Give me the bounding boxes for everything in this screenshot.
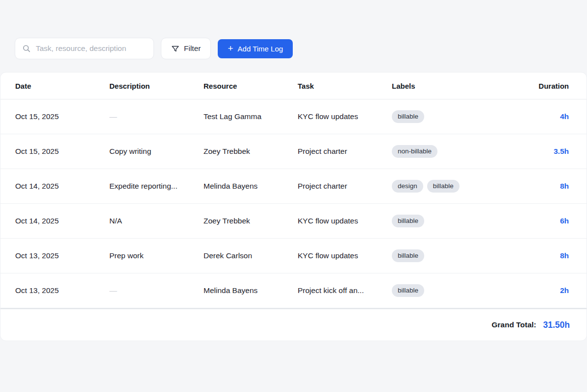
resource-cell: Melinda Bayens <box>204 286 298 295</box>
resource-cell: Melinda Bayens <box>204 182 298 191</box>
grand-total-value: 31.50h <box>543 320 570 330</box>
add-time-log-label: Add Time Log <box>238 45 283 53</box>
description-cell: Copy writing <box>109 147 204 156</box>
table-header-row: Date Description Resource Task Labels Du… <box>0 73 587 99</box>
labels-cell: design billable <box>392 180 560 193</box>
description-cell: — <box>109 112 204 121</box>
duration-cell: 8h <box>560 251 569 260</box>
table-row[interactable]: Oct 14, 2025 N/A Zoey Trebbek KYC flow u… <box>0 204 587 239</box>
toolbar: Filter + Add Time Log <box>0 0 587 59</box>
resource-cell: Zoey Trebbek <box>204 217 298 225</box>
label-pill: billable <box>392 110 424 123</box>
date-cell: Oct 13, 2025 <box>15 251 109 260</box>
duration-cell: 3.5h <box>554 147 569 156</box>
filter-button-label: Filter <box>184 44 201 53</box>
labels-cell: billable <box>392 110 560 123</box>
date-cell: Oct 14, 2025 <box>15 182 109 191</box>
task-cell: Project charter <box>298 182 392 191</box>
duration-cell: 8h <box>560 182 569 191</box>
description-cell: Prep work <box>109 251 204 260</box>
time-log-table: Date Description Resource Task Labels Du… <box>0 72 587 341</box>
task-cell: KYC flow updates <box>298 217 392 225</box>
description-cell: N/A <box>109 217 204 225</box>
column-header-date: Date <box>15 82 109 90</box>
column-header-task: Task <box>298 82 392 90</box>
task-cell: KYC flow updates <box>298 112 392 121</box>
resource-cell: Test Lag Gamma <box>204 112 298 121</box>
grand-total-label: Grand Total: <box>492 320 536 329</box>
label-pill: non-billable <box>392 145 437 158</box>
date-cell: Oct 15, 2025 <box>15 147 109 156</box>
column-header-duration: Duration <box>538 82 569 90</box>
description-cell: Expedite reporting... <box>109 182 204 191</box>
labels-cell: non-billable <box>392 145 554 158</box>
date-cell: Oct 15, 2025 <box>15 112 109 121</box>
column-header-labels: Labels <box>392 82 538 90</box>
table-row[interactable]: Oct 14, 2025 Expedite reporting... Melin… <box>0 169 587 204</box>
add-time-log-button[interactable]: + Add Time Log <box>218 39 293 58</box>
filter-funnel-icon <box>171 45 179 53</box>
filter-button[interactable]: Filter <box>161 38 211 59</box>
table-row[interactable]: Oct 13, 2025 Prep work Derek Carlson KYC… <box>0 239 587 273</box>
resource-cell: Zoey Trebbek <box>204 147 298 156</box>
search-box[interactable] <box>15 38 154 59</box>
label-pill: billable <box>392 284 424 297</box>
labels-cell: billable <box>392 284 560 297</box>
table-row[interactable]: Oct 15, 2025 Copy writing Zoey Trebbek P… <box>0 134 587 169</box>
task-cell: Project charter <box>298 147 392 156</box>
duration-cell: 6h <box>560 217 569 225</box>
resource-cell: Derek Carlson <box>204 251 298 260</box>
labels-cell: billable <box>392 215 560 227</box>
table-row[interactable]: Oct 13, 2025 — Melinda Bayens Project ki… <box>0 273 587 308</box>
task-cell: Project kick off an... <box>298 286 392 295</box>
plus-icon: + <box>228 44 233 53</box>
search-input[interactable] <box>36 44 147 53</box>
label-pill: billable <box>427 180 459 193</box>
task-cell: KYC flow updates <box>298 251 392 260</box>
label-pill: billable <box>392 215 424 227</box>
date-cell: Oct 14, 2025 <box>15 217 109 225</box>
column-header-resource: Resource <box>204 82 298 90</box>
date-cell: Oct 13, 2025 <box>15 286 109 295</box>
labels-cell: billable <box>392 249 560 262</box>
label-pill: design <box>392 180 423 193</box>
duration-cell: 4h <box>560 112 569 121</box>
label-pill: billable <box>392 249 424 262</box>
table-footer: Grand Total: 31.50h <box>0 308 587 341</box>
description-cell: — <box>109 286 204 295</box>
duration-cell: 2h <box>560 286 569 295</box>
search-icon <box>22 44 31 53</box>
column-header-description: Description <box>109 82 204 90</box>
table-row[interactable]: Oct 15, 2025 — Test Lag Gamma KYC flow u… <box>0 99 587 134</box>
